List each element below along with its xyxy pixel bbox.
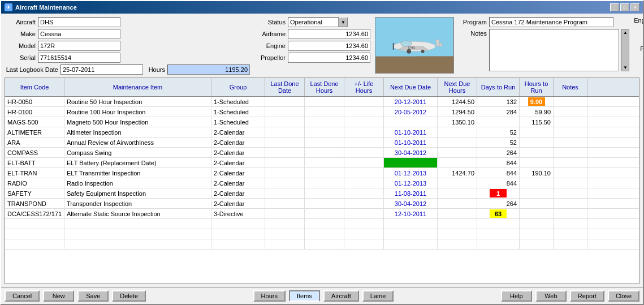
lame-button[interactable]: Lame [362,290,394,302]
table-cell: Compass Swing [64,148,211,157]
table-cell [477,219,520,229]
propellor-input[interactable] [288,53,370,63]
delete-button[interactable]: Delete [112,290,146,302]
aircraft-button[interactable]: Aircraft [323,290,359,302]
table-cell [305,239,344,249]
table-body: HR-0050Routine 50 Hour Inspection1-Sched… [5,97,639,283]
table-cell [438,148,477,157]
notes-scroll-up[interactable]: ▲ [623,30,628,35]
table-row[interactable]: RADIORadio Inspection2-Calendar01-12-201… [5,178,639,188]
table-cell [344,158,384,167]
table-cell [265,117,305,127]
table-cell: 1350.10 [438,117,477,127]
status-input[interactable] [288,17,339,27]
table-cell: HR-0050 [5,97,64,106]
table-row[interactable]: SAFETYSafety Equipment Inspection2-Calen… [5,188,639,199]
table-row[interactable]: ALTIMETERAltimeter Inspection2-Calendar0… [5,127,639,138]
table-cell [265,209,305,218]
col-maintenance-item: Maintenance Item [64,78,211,96]
table-cell [305,117,344,127]
hours-button[interactable]: Hours [253,290,286,302]
col-last-done-date: Last Done Date [265,78,305,96]
table-cell: Transponder Inspection [64,199,211,208]
table-cell: 2-Calendar [211,148,265,157]
program-input[interactable] [489,17,613,27]
items-button[interactable]: Items [289,290,320,302]
table-cell: COMPASS [5,148,64,157]
table-cell [384,158,438,167]
table-cell: Annual Review of Airworthiness [64,138,211,147]
table-cell [520,229,554,239]
table-cell: 30-04-2012 [384,199,438,208]
table-row[interactable]: COMPASSCompass Swing2-Calendar30-04-2012… [5,148,639,158]
table-cell [554,178,587,188]
cancel-button[interactable]: Cancel [5,290,40,302]
hours-input[interactable] [167,65,250,75]
table-cell [344,138,384,147]
table-cell [344,199,384,208]
table-cell [344,117,384,127]
table-row[interactable] [5,219,639,229]
close-button[interactable]: ✕ [630,3,639,11]
table-cell [520,127,554,137]
table-row[interactable]: ELT-TRANELT Transmitter Inspection2-Cale… [5,168,639,178]
airframe-input[interactable] [288,29,370,39]
props-row: Props Make: Sensenich Model: 92CK55-0-54… [634,45,643,71]
status-label: Status [254,19,286,25]
maximize-button[interactable]: □ [620,3,629,11]
table-cell [554,97,587,106]
table-cell [344,148,384,157]
table-row[interactable]: MAGS-500Magneto 500 Hour Inspection1-Sch… [5,117,639,127]
engine-input[interactable] [288,41,370,51]
col-hours-to-run: Hours to Run [520,78,554,96]
table-cell [265,168,305,178]
col-life-hours: +/- Life Hours [344,78,384,96]
minimize-button[interactable]: _ [610,3,619,11]
save-button[interactable]: Save [77,290,109,302]
table-cell [305,229,344,239]
web-button[interactable]: Web [535,290,567,302]
app-icon: ✈ [5,3,12,11]
new-button[interactable]: New [43,290,74,302]
model-input[interactable] [38,41,120,51]
make-input[interactable] [38,29,120,39]
close-button-toolbar[interactable]: Close [608,290,639,302]
table-cell: ELT Battery (Replacement Date) [64,158,211,167]
table-cell: TRANSPOND [5,199,64,208]
table-cell: 1-Scheduled [211,107,265,117]
notes-scroll-down[interactable]: ▼ [623,65,628,70]
aircraft-input[interactable] [38,17,120,27]
table-row[interactable] [5,229,639,239]
table-row[interactable]: ARAAnnual Review of Airworthiness2-Calen… [5,138,639,148]
model-label: Model [5,42,36,49]
table-row[interactable]: DCA/CESS172/171Alternate Static Source I… [5,209,639,219]
table-cell: ARA [5,138,64,147]
help-button[interactable]: Help [501,290,532,302]
table-cell [438,219,477,229]
table-cell [265,219,305,229]
table-cell [554,127,587,137]
table-row[interactable]: HR-0100Routine 100 Hour Inspection1-Sche… [5,107,639,117]
table-cell [384,117,438,127]
table-cell [305,97,344,106]
table-cell [5,229,64,239]
left-fields: Aircraft Make Model Serial Last Logbook … [5,17,250,75]
serial-input[interactable] [38,53,120,63]
table-cell [554,148,587,157]
notes-textarea[interactable] [489,29,619,71]
table-cell: 2-Calendar [211,199,265,208]
table-row[interactable]: TRANSPONDTransponder Inspection2-Calenda… [5,199,639,209]
table-cell: 20-12-2011 [384,97,438,106]
table-cell: Magneto 500 Hour Inspection [64,117,211,127]
table-cell [520,219,554,229]
program-row: Program [459,17,629,27]
status-dropdown-btn[interactable]: ▼ [339,17,348,27]
status-combo[interactable]: ▼ [288,17,348,27]
logbook-input[interactable] [60,65,143,75]
table-row[interactable] [5,239,639,250]
table-row[interactable]: ELT-BATTELT Battery (Replacement Date)2-… [5,158,639,168]
report-button[interactable]: Report [570,290,604,302]
table-cell [305,188,344,198]
table-cell: 132 [477,97,520,106]
table-row[interactable]: HR-0050Routine 50 Hour Inspection1-Sched… [5,97,639,107]
